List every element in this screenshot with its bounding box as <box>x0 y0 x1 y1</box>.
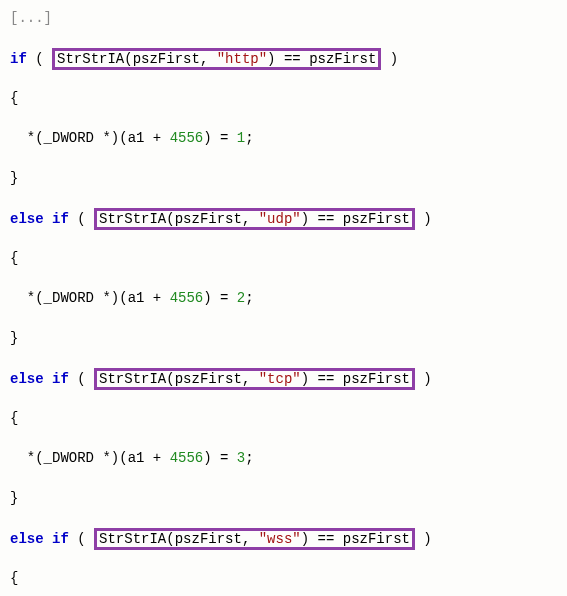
kw-else: else <box>10 211 44 227</box>
highlight-tcp: StrStrIA(pszFirst, "tcp") == pszFirst <box>94 368 415 390</box>
code-block: [...] if ( StrStrIA(pszFirst, "http") ==… <box>10 8 557 596</box>
brace-close: } <box>10 170 18 186</box>
ellipsis-top: [...] <box>10 10 52 26</box>
highlight-wss: StrStrIA(pszFirst, "wss") == pszFirst <box>94 528 415 550</box>
brace-open: { <box>10 90 18 106</box>
kw-if: if <box>10 51 27 67</box>
highlight-udp: StrStrIA(pszFirst, "udp") == pszFirst <box>94 208 415 230</box>
highlight-http: StrStrIA(pszFirst, "http") == pszFirst <box>52 48 381 70</box>
